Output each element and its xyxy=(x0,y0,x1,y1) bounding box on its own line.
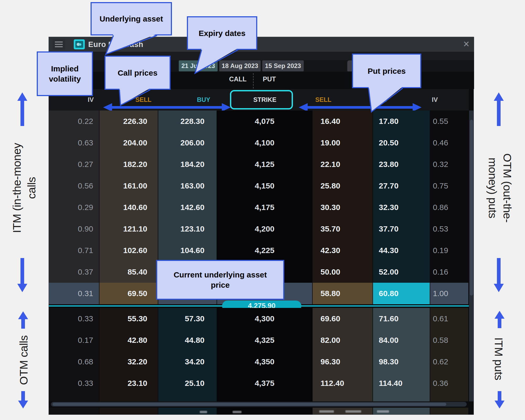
chain-cell-p_buy[interactable]: 27.70 xyxy=(373,175,430,197)
chain-cell-strike[interactable]: 4,350 xyxy=(217,351,313,372)
chain-cell-c_sell[interactable]: 55.30 xyxy=(99,308,158,329)
chain-cell-p_buy[interactable]: 37.70 xyxy=(373,218,430,240)
chain-cell-strike[interactable]: 4,175 xyxy=(217,197,313,218)
chain-cell-c_buy[interactable]: 123.10 xyxy=(158,218,217,240)
chain-cell-c_sell[interactable]: 140.60 xyxy=(99,197,158,218)
chain-cell-c_iv[interactable]: 0.31 xyxy=(49,283,99,304)
chain-cell-p_iv[interactable]: 0.53 xyxy=(430,218,469,240)
chain-cell-c_sell[interactable]: 204.00 xyxy=(99,132,158,154)
chain-cell-c_iv[interactable]: 0.68 xyxy=(49,351,99,372)
chain-cell-p_sell[interactable] xyxy=(313,394,373,401)
chain-cell-c_buy[interactable] xyxy=(158,394,217,401)
chain-cell-c_iv[interactable]: 0.33 xyxy=(49,308,99,329)
chain-cell-c_sell[interactable]: 23.10 xyxy=(99,372,158,394)
horizontal-scrollbar[interactable] xyxy=(51,402,467,407)
chain-cell-c_buy[interactable]: 184.20 xyxy=(158,154,217,175)
chain-cell-c_sell[interactable]: 32.20 xyxy=(99,351,158,372)
chain-cell-p_buy[interactable]: 20.50 xyxy=(373,132,430,154)
chain-cell-p_sell[interactable]: 69.60 xyxy=(313,308,373,329)
menu-icon[interactable] xyxy=(52,39,65,50)
chain-cell-p_iv[interactable]: 0.75 xyxy=(430,175,469,197)
chain-cell-c_sell[interactable] xyxy=(99,394,158,401)
chain-cell-c_iv[interactable] xyxy=(49,394,99,401)
chain-cell-p_iv[interactable]: 0.62 xyxy=(430,351,469,372)
expiry-tab-aug[interactable]: 18 Aug 2023 xyxy=(219,60,261,71)
chain-cell-c_buy[interactable]: 142.60 xyxy=(158,197,217,218)
chain-cell-p_buy[interactable]: 32.30 xyxy=(373,197,430,218)
chain-cell-p_sell[interactable]: 50.00 xyxy=(313,261,373,283)
chain-cell-p_iv[interactable]: 0.19 xyxy=(430,240,469,261)
chain-cell-c_buy[interactable]: 104.60 xyxy=(158,240,217,261)
expiry-tab-jul[interactable]: 21 Jul 2023 xyxy=(179,60,218,71)
chain-cell-p_iv[interactable]: 1.00 xyxy=(430,283,469,304)
expiry-tab-sep[interactable]: 15 Sep 2023 xyxy=(262,60,304,71)
chain-cell-p_iv[interactable]: 0.46 xyxy=(430,132,469,154)
chain-cell-p_buy[interactable]: 71.60 xyxy=(373,308,430,329)
chain-cell-c_sell[interactable]: 69.50 xyxy=(99,283,158,304)
chain-cell-p_buy[interactable]: 84.00 xyxy=(373,329,430,351)
chain-cell-strike[interactable]: 4,075 xyxy=(217,111,313,132)
chain-cell-c_iv[interactable]: 0.33 xyxy=(49,372,99,394)
close-icon[interactable]: × xyxy=(463,37,469,52)
chain-cell-c_buy[interactable]: 44.80 xyxy=(158,329,217,351)
chain-cell-c_sell[interactable]: 182.20 xyxy=(99,154,158,175)
chain-cell-strike[interactable]: 4,125 xyxy=(217,154,313,175)
chain-cell-c_iv[interactable]: 0.90 xyxy=(49,218,99,240)
chain-cell-c_iv[interactable]: 0.63 xyxy=(49,132,99,154)
chain-cell-strike[interactable]: 4,200 xyxy=(217,218,313,240)
chain-cell-strike[interactable]: 4,325 xyxy=(217,329,313,351)
chain-cell-p_sell[interactable]: 30.30 xyxy=(313,197,373,218)
chain-cell-p_sell[interactable]: 35.70 xyxy=(313,218,373,240)
chain-cell-p_buy[interactable]: 114.40 xyxy=(373,372,430,394)
chain-cell-c_sell[interactable]: 102.60 xyxy=(99,240,158,261)
chain-cell-p_sell[interactable]: 42.30 xyxy=(313,240,373,261)
chain-cell-p_sell[interactable]: 16.40 xyxy=(313,111,373,132)
chain-cell-c_iv[interactable]: 0.27 xyxy=(49,154,99,175)
chain-cell-p_buy[interactable]: 44.30 xyxy=(373,240,430,261)
chain-cell-p_iv[interactable] xyxy=(430,408,469,414)
chain-cell-strike[interactable]: 4,150 xyxy=(217,175,313,197)
chain-cell-c_sell[interactable] xyxy=(99,408,158,414)
chain-cell-p_buy[interactable]: 17.80 xyxy=(373,111,430,132)
chain-cell-strike[interactable]: 4,300 xyxy=(217,308,313,329)
chain-cell-c_buy[interactable] xyxy=(158,408,217,414)
chain-cell-c_sell[interactable]: 42.80 xyxy=(99,329,158,351)
chain-cell-strike[interactable]: 4,100 xyxy=(217,132,313,154)
chain-cell-c_buy[interactable]: 57.30 xyxy=(158,308,217,329)
chain-cell-p_buy[interactable]: 52.00 xyxy=(373,261,430,283)
chain-cell-p_sell[interactable]: 96.30 xyxy=(313,351,373,372)
chain-cell-c_sell[interactable]: 161.00 xyxy=(99,175,158,197)
chain-cell-p_iv[interactable]: 0.86 xyxy=(430,197,469,218)
chain-cell-c_iv[interactable]: 0.29 xyxy=(49,197,99,218)
chain-cell-p_buy[interactable] xyxy=(373,394,430,401)
chain-cell-c_iv[interactable] xyxy=(49,408,99,414)
chain-cell-p_iv[interactable]: 0.61 xyxy=(430,308,469,329)
chain-cell-c_buy[interactable]: 34.20 xyxy=(158,351,217,372)
chain-cell-p_iv[interactable]: 0.55 xyxy=(430,111,469,132)
chain-cell-p_iv[interactable]: 0.58 xyxy=(430,329,469,351)
chain-cell-c_iv[interactable]: 0.56 xyxy=(49,175,99,197)
chain-cell-c_buy[interactable]: 25.10 xyxy=(158,372,217,394)
chain-cell-c_iv[interactable]: 0.37 xyxy=(49,261,99,283)
vertical-scrollbar[interactable] xyxy=(469,111,474,401)
horizontal-scrollbar-thumb[interactable] xyxy=(52,403,446,406)
chain-cell-p_buy[interactable]: 98.30 xyxy=(373,351,430,372)
chain-cell-p_sell[interactable]: 19.00 xyxy=(313,132,373,154)
chain-cell-c_sell[interactable]: 226.30 xyxy=(99,111,158,132)
chain-cell-c_iv[interactable]: 0.17 xyxy=(49,329,99,351)
vertical-scrollbar-thumb[interactable] xyxy=(470,120,473,296)
chain-cell-c_sell[interactable]: 121.10 xyxy=(99,218,158,240)
chain-cell-strike[interactable]: 4,225 xyxy=(217,240,313,261)
chain-cell-p_sell[interactable]: 22.10 xyxy=(313,154,373,175)
chain-cell-p_sell[interactable]: 82.00 xyxy=(313,329,373,351)
chain-cell-c_buy[interactable]: 206.00 xyxy=(158,132,217,154)
chain-cell-p_iv[interactable]: 0.36 xyxy=(430,372,469,394)
chain-cell-c_iv[interactable]: 0.71 xyxy=(49,240,99,261)
chain-cell-p_iv[interactable]: 0.32 xyxy=(430,154,469,175)
chain-cell-p_buy[interactable]: 60.80 xyxy=(373,283,430,304)
chain-cell-strike[interactable]: 4,375 xyxy=(217,372,313,394)
chain-cell-strike[interactable] xyxy=(217,394,313,401)
chain-cell-p_iv[interactable] xyxy=(430,394,469,401)
chain-cell-c_iv[interactable]: 0.22 xyxy=(49,111,99,132)
chain-cell-p_sell[interactable]: 58.80 xyxy=(313,283,373,304)
